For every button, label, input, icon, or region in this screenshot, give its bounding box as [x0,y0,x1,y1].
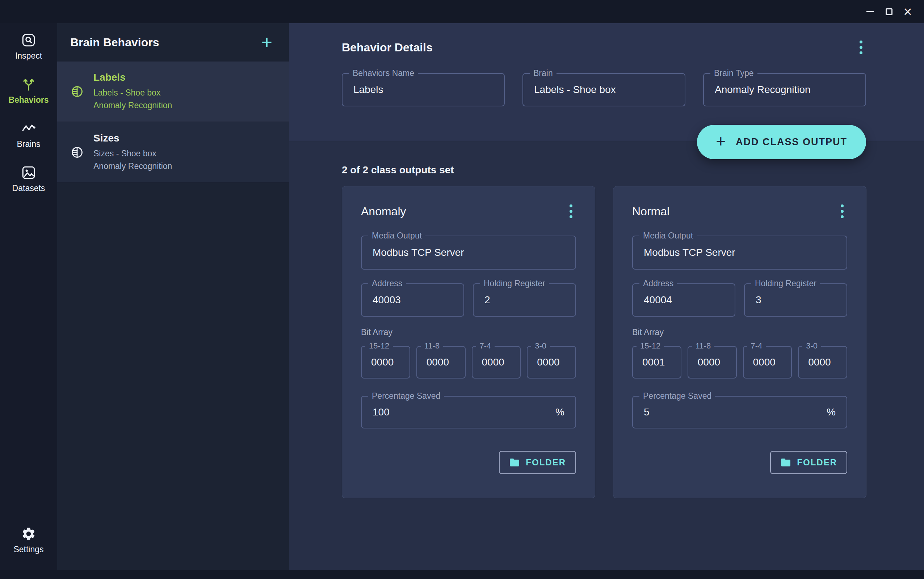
panel-title: Brain Behaviors [70,36,159,49]
behaviors-name-field[interactable]: Behaviors Name Labels [342,73,505,106]
percentage-saved-field[interactable]: Percentage Saved 5 % [632,396,847,429]
field-value: Anomaly Recognition [715,84,811,95]
card-title: Anomaly [361,205,406,218]
folder-button[interactable]: FOLDER [499,451,576,474]
pie-chart-icon [70,146,84,159]
behaviors-icon [21,77,36,92]
close-icon: × [903,4,912,19]
bit-field-11-8[interactable]: 11-8 0000 [416,346,465,378]
behavior-subtitle: Sizes - Shoe box [93,147,172,160]
field-label: Brain Type [710,69,757,78]
page-title: Behavior Details [342,41,433,54]
media-output-field[interactable]: Media Output Modbus TCP Server [632,236,847,270]
sidebar-item-label: Datasets [12,183,45,193]
bit-field-3-0[interactable]: 3-0 0000 [798,346,847,378]
folder-button-label: FOLDER [797,457,837,468]
folder-button[interactable]: FOLDER [770,451,847,474]
titlebar: × [0,0,924,23]
details-menu-button[interactable] [856,38,866,56]
behavior-type: Anomaly Recognition [93,99,172,112]
sidebar-item-settings[interactable]: Settings [0,518,57,563]
add-class-output-label: ADD CLASS OUTPUT [736,136,847,148]
class-outputs-summary: 2 of 2 class outputs set [342,164,866,176]
minimize-button[interactable] [863,5,877,18]
card-menu-button[interactable] [837,202,847,221]
card-title: Normal [632,205,670,218]
behavior-type: Anomaly Recognition [93,160,172,173]
behavior-name: Labels [93,72,172,83]
brains-icon [21,121,36,136]
bit-array-label: Bit Array [361,327,576,337]
holding-register-field[interactable]: Holding Register 3 [744,283,847,317]
field-label: Behaviors Name [349,69,418,78]
bit-field-3-0[interactable]: 3-0 0000 [527,346,576,378]
pie-chart-icon [70,85,84,98]
datasets-icon [21,165,36,180]
minimize-icon [867,11,874,12]
card-menu-button[interactable] [566,202,576,221]
plus-icon: + [716,131,726,151]
panel-header: Brain Behaviors + [57,23,289,62]
media-output-field[interactable]: Media Output Modbus TCP Server [361,236,576,270]
window-frame-bottom [0,570,924,579]
folder-icon [509,458,520,467]
behavior-list-item-labels[interactable]: Labels Labels - Shoe box Anomaly Recogni… [57,62,289,122]
holding-register-field[interactable]: Holding Register 2 [473,283,576,317]
bit-field-11-8[interactable]: 11-8 0000 [688,346,737,378]
sidebar-item-inspect[interactable]: Inspect [0,25,57,69]
brain-behaviors-panel: Brain Behaviors + Labels Labels - Shoe b… [57,23,289,570]
behavior-details-panel: Behavior Details Behaviors Name Labels B… [289,23,924,570]
kebab-icon [570,204,572,207]
sidebar-item-label: Behaviors [8,95,49,105]
sidebar: Inspect Behaviors Brains [0,23,57,570]
sidebar-item-datasets[interactable]: Datasets [0,157,57,201]
bit-field-15-12[interactable]: 15-12 0000 [361,346,410,378]
brain-type-field[interactable]: Brain Type Anomaly Recognition [703,73,866,106]
kebab-icon [860,41,862,43]
brain-field[interactable]: Brain Labels - Shoe box [523,73,685,106]
folder-button-label: FOLDER [526,457,566,468]
class-output-card-anomaly: Anomaly Media Output Modbus TCP Server [342,186,595,498]
bit-field-7-4[interactable]: 7-4 0000 [472,346,521,378]
inspect-icon [21,33,36,48]
maximize-button[interactable] [882,5,896,18]
bit-array-label: Bit Array [632,327,847,337]
sidebar-item-label: Inspect [15,51,42,61]
bit-field-15-12[interactable]: 15-12 0001 [632,346,682,378]
settings-icon [21,526,36,541]
kebab-icon [841,204,844,207]
app-window: × Inspect Behaviors [0,0,924,579]
percent-suffix: % [555,406,564,418]
percentage-saved-field[interactable]: Percentage Saved 100 % [361,396,576,429]
class-output-card-normal: Normal Media Output Modbus TCP Server [613,186,867,498]
folder-icon [780,458,791,467]
field-value: Labels - Shoe box [534,84,616,95]
percent-suffix: % [827,406,836,418]
behavior-name: Sizes [93,132,172,144]
behavior-details-header: Behavior Details Behaviors Name Labels B… [289,23,924,141]
maximize-icon [886,8,893,15]
close-button[interactable]: × [901,5,914,18]
sidebar-item-label: Brains [16,139,40,149]
sidebar-item-label: Settings [13,545,43,554]
bit-field-7-4[interactable]: 7-4 0000 [743,346,792,378]
behavior-subtitle: Labels - Shoe box [93,87,172,99]
address-field[interactable]: Address 40003 [361,283,464,317]
add-class-output-button[interactable]: + ADD CLASS OUTPUT [697,125,866,159]
add-behavior-button[interactable]: + [261,33,272,52]
field-label: Brain [530,69,557,78]
field-value: Labels [353,84,383,95]
sidebar-item-behaviors[interactable]: Behaviors [0,69,57,113]
sidebar-item-brains[interactable]: Brains [0,113,57,157]
address-field[interactable]: Address 40004 [632,283,736,317]
behavior-list-item-sizes[interactable]: Sizes Sizes - Shoe box Anomaly Recogniti… [57,122,289,183]
